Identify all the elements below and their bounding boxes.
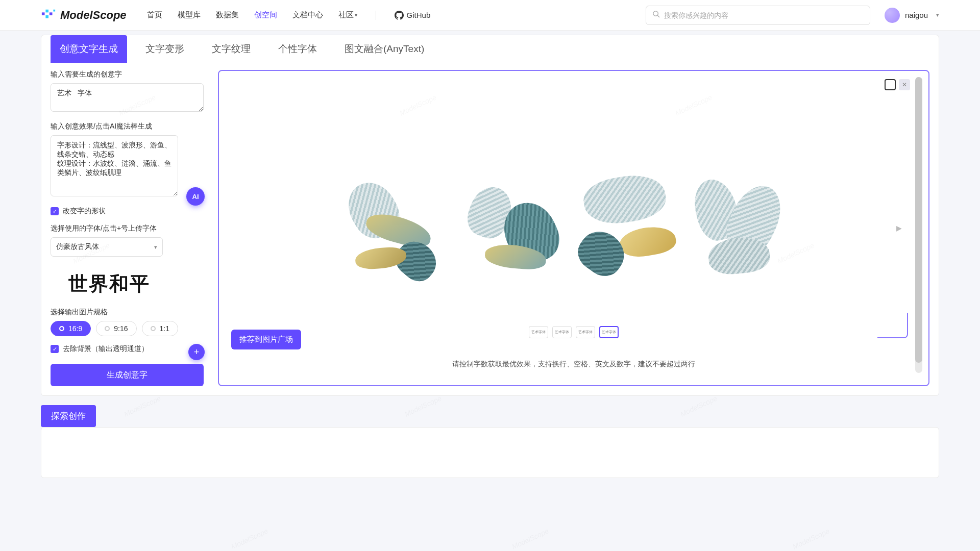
search-icon: [652, 10, 660, 20]
main-nav: 首页 模型库 数据集 创空间 文档中心 社区▾ GitHub: [147, 10, 431, 20]
avatar: [885, 8, 900, 23]
nav-docs[interactable]: 文档中心: [292, 10, 323, 20]
radio-icon: [105, 326, 110, 331]
ai-magic-button[interactable]: AI: [186, 187, 205, 206]
generated-artwork: [330, 166, 810, 289]
preview-image: [234, 92, 906, 363]
checkbox-change-shape[interactable]: ✓ 改变字的形状: [51, 207, 204, 216]
generate-button[interactable]: 生成创意字: [51, 364, 204, 386]
thumb-4[interactable]: 艺术字体: [599, 326, 619, 338]
nav-home[interactable]: 首页: [147, 10, 162, 20]
ratio-1-1[interactable]: 1:1: [142, 321, 178, 336]
username: naigou: [905, 11, 928, 19]
label-input-text: 输入需要生成的创意字: [51, 70, 204, 79]
checkbox-shape-label: 改变字的形状: [63, 207, 106, 216]
thumb-1[interactable]: 艺术字体: [529, 326, 548, 338]
user-menu[interactable]: naigou ▾: [885, 8, 939, 23]
scrollbar[interactable]: [915, 77, 922, 373]
tab-deform[interactable]: 文字变形: [136, 35, 193, 63]
radio-icon: [59, 326, 64, 331]
search-input[interactable]: [664, 11, 864, 19]
thumb-2[interactable]: 艺术字体: [552, 326, 572, 338]
tab-creative-text[interactable]: 创意文字生成: [51, 35, 127, 63]
hint-text: 请控制字数获取最优效果，支持换行、空格、英文及数字，建议不要超过两行: [225, 360, 922, 369]
checkbox-icon: ✓: [51, 207, 59, 215]
watermark: ModelScope: [679, 394, 718, 418]
font-select[interactable]: 仿豪放古风体 ▾: [51, 237, 163, 257]
label-effect: 输入创意效果/点击AI魔法棒生成: [51, 122, 204, 131]
label-font: 选择使用的字体/点击+号上传字体: [51, 224, 204, 233]
svg-rect-0: [42, 12, 45, 15]
recommend-button[interactable]: 推荐到图片广场: [231, 330, 301, 349]
logo-text: ModelScope: [60, 9, 127, 22]
font-preview: 世界和平: [51, 268, 168, 299]
watermark: ModelScope: [403, 394, 443, 418]
chevron-down-icon: ▾: [154, 244, 157, 251]
nav-studio[interactable]: 创空间: [254, 10, 277, 20]
watermark: ModelScope: [122, 394, 162, 418]
nav-separator: [376, 11, 376, 20]
explore-card: [41, 427, 939, 478]
watermark: ModelScope: [230, 527, 269, 550]
svg-rect-1: [45, 9, 48, 12]
nav-community[interactable]: 社区▾: [338, 10, 357, 20]
checkbox-icon: ✓: [51, 345, 59, 353]
top-header: ModelScope 首页 模型库 数据集 创空间 文档中心 社区▾ GitHu…: [0, 0, 980, 31]
nav-community-label: 社区: [338, 10, 354, 20]
svg-line-6: [657, 15, 659, 17]
github-label: GitHub: [407, 11, 431, 19]
svg-rect-2: [45, 15, 48, 18]
next-icon[interactable]: ▶: [896, 224, 902, 232]
nav-datasets[interactable]: 数据集: [216, 10, 239, 20]
label-ratio: 选择输出图片规格: [51, 308, 204, 317]
tab-font[interactable]: 个性字体: [269, 35, 326, 63]
logo-icon: [41, 8, 56, 23]
explore-tag[interactable]: 探索创作: [41, 405, 96, 427]
thumbnail-row: 艺术字体 艺术字体 艺术字体 艺术字体: [529, 326, 619, 338]
input-effect[interactable]: [51, 135, 178, 196]
corner-decoration: [877, 313, 908, 338]
checkbox-bg-label: 去除背景（输出透明通道）: [63, 344, 149, 354]
ratio-label: 1:1: [160, 324, 169, 333]
github-icon: [395, 11, 404, 20]
tab-texture[interactable]: 文字纹理: [203, 35, 260, 63]
main-card: 创意文字生成 文字变形 文字纹理 个性字体 图文融合(AnyText) 输入需要…: [41, 35, 939, 396]
svg-rect-3: [50, 12, 53, 15]
left-panel: 输入需要生成的创意字 输入创意效果/点击AI魔法棒生成 AI ✓ 改变字的形状 …: [51, 70, 204, 386]
font-select-value: 仿豪放古风体: [56, 242, 99, 252]
tab-anytext[interactable]: 图文融合(AnyText): [335, 35, 433, 63]
tabs: 创意文字生成 文字变形 文字纹理 个性字体 图文融合(AnyText): [41, 35, 939, 63]
ratio-group: 16:9 9:16 1:1: [51, 321, 204, 336]
preview-panel: ✕: [218, 70, 929, 386]
chevron-down-icon: ▾: [936, 12, 939, 18]
ratio-9-16[interactable]: 9:16: [96, 321, 136, 336]
chevron-down-icon: ▾: [355, 12, 357, 18]
ratio-label: 16:9: [68, 324, 82, 333]
search-box[interactable]: [646, 6, 870, 25]
github-link[interactable]: GitHub: [395, 11, 431, 20]
logo[interactable]: ModelScope: [41, 8, 127, 23]
watermark: ModelScope: [791, 527, 830, 550]
input-text[interactable]: [51, 83, 204, 112]
expand-icon[interactable]: [885, 79, 896, 90]
svg-point-5: [653, 11, 658, 16]
radio-icon: [151, 326, 156, 331]
upload-font-button[interactable]: +: [188, 344, 205, 360]
nav-models[interactable]: 模型库: [178, 10, 201, 20]
checkbox-remove-bg[interactable]: ✓ 去除背景（输出透明通道）: [51, 344, 204, 354]
ratio-label: 9:16: [114, 324, 128, 333]
close-icon[interactable]: ✕: [899, 79, 910, 90]
thumb-3[interactable]: 艺术字体: [576, 326, 595, 338]
watermark: ModelScope: [510, 527, 550, 550]
ratio-16-9[interactable]: 16:9: [51, 321, 91, 336]
svg-rect-4: [53, 9, 55, 11]
